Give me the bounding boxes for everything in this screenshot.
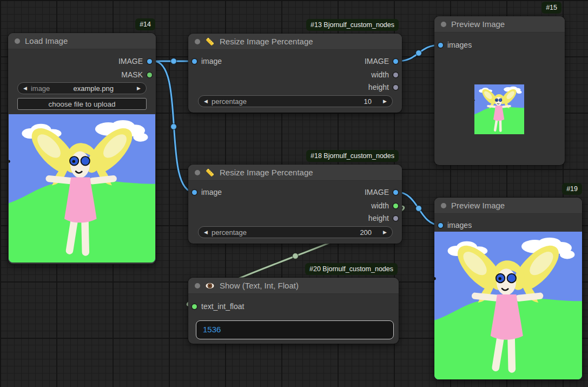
node-title: Resize Image Percentage <box>220 168 313 177</box>
loaded-image-preview <box>9 114 155 263</box>
node-badge: #19 <box>562 183 582 195</box>
combo-right-arrow-icon[interactable]: ▶ <box>137 86 141 91</box>
collapse-dot-icon[interactable] <box>441 203 446 208</box>
input-slot-images[interactable]: images <box>438 40 472 50</box>
link-midpoint-dot <box>416 50 422 56</box>
output-slot-image[interactable]: IMAGE <box>118 56 152 67</box>
node-badge: #13 Bjornulf_custom_nodes <box>306 19 399 31</box>
image-slot-dot[interactable] <box>438 223 443 228</box>
image-slot-dot[interactable] <box>393 59 398 64</box>
node-title: Preview Image <box>451 19 505 29</box>
slot-label: images <box>447 41 472 49</box>
collapse-dot-icon[interactable] <box>195 39 200 44</box>
node-title: Resize Image Percentage <box>220 37 313 46</box>
output-slot-height[interactable]: height <box>368 82 398 93</box>
stepper-right-arrow-icon[interactable]: ▶ <box>383 230 387 235</box>
preview-image-thumbnail <box>474 84 524 134</box>
slot-label: MASK <box>121 70 143 79</box>
widget-label: percentage <box>212 228 247 237</box>
input-slot-image[interactable]: image <box>192 187 222 198</box>
slot-label: image <box>201 57 222 65</box>
choose-file-button[interactable]: choose file to upload <box>17 98 147 110</box>
slot-label: height <box>368 214 389 222</box>
image-slot-dot[interactable] <box>192 59 197 64</box>
slot-label: width <box>371 70 389 79</box>
combo-label: image <box>31 84 50 93</box>
widget-value: 10 <box>364 97 372 106</box>
output-slot-mask[interactable]: MASK <box>121 69 152 80</box>
node-titlebar[interactable]: Load Image <box>8 33 156 49</box>
node-show-text-int-float[interactable]: #20 Bjornulf_custom_nodes Show (Text, In… <box>188 278 399 344</box>
eye-icon <box>205 281 215 291</box>
number-slot-dot[interactable] <box>393 85 398 90</box>
slot-label: image <box>201 188 222 196</box>
node-graph-canvas[interactable]: { "colors": { "link_image": "#5fb2f0", "… <box>0 0 588 387</box>
image-slot-dot[interactable] <box>393 190 398 195</box>
number-slot-dot[interactable] <box>393 216 398 221</box>
image-slot-dot[interactable] <box>438 43 443 48</box>
node-preview-image-19[interactable]: #19 Preview Image images <box>434 198 582 379</box>
node-badge: #15 <box>541 2 561 14</box>
node-title: Load Image <box>25 36 68 45</box>
widget-label: percentage <box>212 97 247 106</box>
node-resize-image-percentage-13[interactable]: #13 Bjornulf_custom_nodes Resize Image P… <box>188 34 402 113</box>
slot-label: width <box>371 201 389 210</box>
show-value-text: 1536 <box>203 325 221 334</box>
link-midpoint-dot <box>416 206 422 212</box>
percentage-widget[interactable]: ◀ percentage 200 ▶ <box>198 226 393 238</box>
number-slot-dot[interactable] <box>393 204 398 208</box>
slot-label: text_int_float <box>201 302 244 311</box>
slot-label: IMAGE <box>118 57 143 65</box>
output-slot-width[interactable]: width <box>371 200 398 211</box>
combo-left-arrow-icon[interactable]: ◀ <box>23 86 27 91</box>
ruler-icon <box>205 37 215 47</box>
preview-image-large <box>434 232 582 379</box>
slot-label: images <box>447 221 472 229</box>
input-slot-image[interactable]: image <box>192 56 222 67</box>
link-midpoint-dot <box>171 124 177 130</box>
image-slot-dot[interactable] <box>147 59 152 64</box>
stepper-right-arrow-icon[interactable]: ▶ <box>383 99 387 104</box>
slot-label: IMAGE <box>365 188 389 196</box>
node-resize-image-percentage-18[interactable]: #18 Bjornulf_custom_nodes Resize Image P… <box>188 165 402 244</box>
node-title: Show (Text, Int, Float) <box>220 281 299 290</box>
input-slot-images[interactable]: images <box>438 220 472 231</box>
collapse-dot-icon[interactable] <box>195 283 200 288</box>
output-slot-image[interactable]: IMAGE <box>365 56 398 67</box>
stepper-left-arrow-icon[interactable]: ◀ <box>204 99 208 104</box>
number-slot-dot[interactable] <box>393 73 398 77</box>
link-midpoint-dot <box>171 58 177 64</box>
widget-value: 200 <box>360 228 372 237</box>
node-load-image[interactable]: #14 Load Image IMAGE MASK ◀ image exampl… <box>8 33 156 264</box>
link-midpoint-dot <box>293 253 299 259</box>
node-titlebar[interactable]: Preview Image <box>434 198 582 214</box>
node-titlebar[interactable]: Resize Image Percentage <box>188 165 402 181</box>
image-slot-dot[interactable] <box>192 190 197 195</box>
collapse-dot-icon[interactable] <box>441 22 446 27</box>
slot-label: height <box>368 83 389 91</box>
node-badge: #14 <box>135 18 155 30</box>
show-value-textbox[interactable]: 1536 <box>196 320 394 339</box>
output-slot-width[interactable]: width <box>371 69 398 80</box>
collapse-dot-icon[interactable] <box>195 170 200 175</box>
combo-value: example.png <box>54 84 133 93</box>
collapse-dot-icon[interactable] <box>15 38 20 44</box>
percentage-widget[interactable]: ◀ percentage 10 ▶ <box>198 95 393 107</box>
output-slot-image[interactable]: IMAGE <box>365 187 398 198</box>
output-slot-height[interactable]: height <box>368 213 398 224</box>
node-preview-image-15[interactable]: #15 Preview Image images <box>434 16 565 165</box>
image-combo-widget[interactable]: ◀ image example.png ▶ <box>17 82 147 94</box>
stepper-left-arrow-icon[interactable]: ◀ <box>204 230 208 235</box>
mask-slot-dot[interactable] <box>147 73 152 77</box>
node-titlebar[interactable]: Resize Image Percentage <box>188 34 402 50</box>
number-slot-dot[interactable] <box>192 304 197 309</box>
node-titlebar[interactable]: Show (Text, Int, Float) <box>188 278 399 294</box>
node-title: Preview Image <box>451 201 505 210</box>
node-badge: #20 Bjornulf_custom_nodes <box>305 263 398 275</box>
node-badge: #18 Bjornulf_custom_nodes <box>306 150 399 162</box>
node-titlebar[interactable]: Preview Image <box>434 16 565 32</box>
input-slot-text-int-float[interactable]: text_int_float <box>192 301 244 312</box>
ruler-icon <box>205 168 215 178</box>
slot-label: IMAGE <box>365 57 389 65</box>
